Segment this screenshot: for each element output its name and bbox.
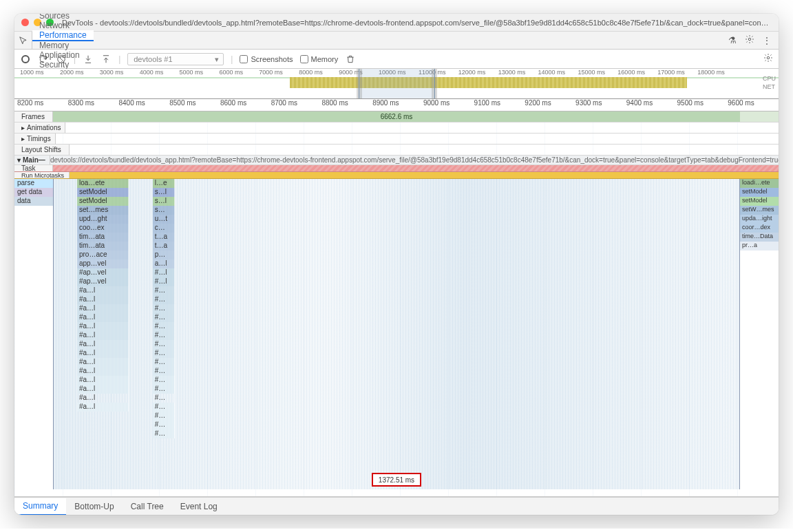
flame-entry[interactable]: #… bbox=[153, 412, 175, 421]
flame-entry[interactable]: #… bbox=[153, 403, 175, 412]
timeline-overview[interactable]: 1000 ms2000 ms3000 ms4000 ms5000 ms6000 … bbox=[14, 69, 779, 99]
flame-entry[interactable]: #… bbox=[153, 313, 175, 322]
flame-entry[interactable]: #… bbox=[153, 349, 175, 358]
flame-entry[interactable]: pro…ace bbox=[77, 251, 129, 259]
flame-entry[interactable]: loa…ete bbox=[77, 179, 129, 188]
flame-entry[interactable]: c… bbox=[153, 224, 175, 233]
right-stack-item[interactable]: time…Data bbox=[740, 233, 779, 242]
flame-entry[interactable]: setModel bbox=[77, 188, 129, 197]
flame-entry[interactable]: #a…l bbox=[77, 376, 129, 385]
flame-entry[interactable]: #… bbox=[153, 286, 175, 295]
flame-entry[interactable]: #a…l bbox=[77, 358, 129, 367]
flame-entry[interactable]: #… bbox=[153, 304, 175, 313]
right-stack-item[interactable]: coor…dex bbox=[740, 224, 779, 233]
more-icon[interactable]: ⋮ bbox=[763, 36, 772, 45]
flame-entry[interactable]: l…e bbox=[153, 179, 175, 188]
track-timings[interactable]: ▸Timings bbox=[14, 134, 779, 145]
flame-entry[interactable]: #a…l bbox=[77, 340, 129, 349]
flame-run-microtasks[interactable]: Run Microtasks bbox=[14, 172, 779, 179]
flame-entry[interactable]: #a…l bbox=[77, 322, 129, 331]
details-tab-call-tree[interactable]: Call Tree bbox=[123, 498, 172, 515]
flame-entry[interactable]: p… bbox=[153, 251, 175, 259]
frame-bar[interactable]: 6662.6 ms bbox=[53, 111, 740, 122]
experiments-icon[interactable]: ⚗ bbox=[728, 35, 737, 45]
details-tab-event-log[interactable]: Event Log bbox=[172, 498, 226, 515]
flame-entry[interactable]: #… bbox=[153, 295, 175, 304]
flame-entry[interactable]: tim…ata bbox=[77, 233, 129, 242]
flame-entry[interactable]: #a…l bbox=[77, 286, 129, 295]
track-animations[interactable]: ▸Animations bbox=[14, 123, 779, 134]
main-tab-network[interactable]: Network bbox=[32, 21, 94, 30]
flame-entry[interactable]: s… bbox=[153, 206, 175, 215]
flame-entry[interactable]: set…mes bbox=[77, 206, 129, 215]
load-profile-icon[interactable] bbox=[83, 54, 94, 65]
left-stack-get-data[interactable]: get data bbox=[14, 188, 53, 197]
main-tab-memory[interactable]: Memory bbox=[32, 41, 94, 50]
right-stack-item[interactable]: setW…mes bbox=[740, 206, 779, 215]
flame-entry[interactable]: #…l bbox=[153, 277, 175, 286]
flame-entry[interactable]: a…l bbox=[153, 259, 175, 268]
flame-entry[interactable]: s…l bbox=[153, 188, 175, 197]
flame-entry[interactable]: #… bbox=[153, 429, 175, 438]
flame-entry[interactable]: #a…l bbox=[77, 349, 129, 358]
right-stack-item[interactable]: setModel bbox=[740, 197, 779, 206]
flame-entry[interactable]: setModel bbox=[77, 197, 129, 206]
flame-entry[interactable]: #… bbox=[153, 358, 175, 367]
reload-record-button[interactable] bbox=[38, 54, 49, 65]
memory-checkbox-input[interactable] bbox=[300, 55, 308, 63]
flame-entry[interactable]: #… bbox=[153, 421, 175, 429]
record-button[interactable] bbox=[20, 54, 31, 65]
track-layout-shifts[interactable]: Layout Shifts bbox=[14, 145, 779, 156]
flame-entry[interactable]: #a…l bbox=[77, 295, 129, 304]
timeline-ruler[interactable]: 8200 ms8300 ms8400 ms8500 ms8600 ms8700 … bbox=[14, 99, 779, 111]
overview-selection[interactable] bbox=[359, 69, 435, 98]
flame-entry[interactable]: #ap…vel bbox=[77, 268, 129, 277]
flame-entry[interactable]: #…l bbox=[153, 268, 175, 277]
flame-entry[interactable]: #ap…vel bbox=[77, 277, 129, 286]
left-stack-parse[interactable]: parse bbox=[14, 179, 53, 188]
flame-entry[interactable]: #… bbox=[153, 394, 175, 403]
flame-entry[interactable]: #… bbox=[153, 385, 175, 394]
flame-entry[interactable]: #… bbox=[153, 322, 175, 331]
inspect-element-icon[interactable] bbox=[14, 32, 32, 49]
flame-task[interactable]: Task bbox=[14, 165, 779, 172]
flame-entry[interactable]: #… bbox=[153, 340, 175, 349]
flame-entry[interactable]: t…a bbox=[153, 242, 175, 251]
screenshots-checkbox[interactable]: Screenshots bbox=[240, 55, 293, 63]
flame-entry[interactable]: #a…l bbox=[77, 394, 129, 403]
flame-entry[interactable]: app…vel bbox=[77, 259, 129, 268]
profile-select[interactable]: devtools #1 ▾ bbox=[127, 53, 224, 65]
flame-entry[interactable]: #a…l bbox=[77, 304, 129, 313]
details-tab-summary[interactable]: Summary bbox=[14, 498, 66, 515]
main-tab-sources[interactable]: Sources bbox=[32, 14, 94, 21]
flame-entry[interactable]: #a…l bbox=[77, 331, 129, 340]
flame-entry[interactable]: t…a bbox=[153, 233, 175, 242]
flame-entry[interactable]: #a…l bbox=[77, 403, 129, 412]
screenshots-checkbox-input[interactable] bbox=[240, 55, 248, 63]
flame-center-stack[interactable]: loa…etel…esetModels…lsetModels…lset…mess… bbox=[53, 179, 740, 438]
details-tab-bottom-up[interactable]: Bottom-Up bbox=[66, 498, 122, 515]
flame-entry[interactable]: s…l bbox=[153, 197, 175, 206]
close-icon[interactable] bbox=[21, 19, 29, 26]
memory-checkbox[interactable]: Memory bbox=[300, 55, 339, 63]
flame-entry[interactable]: coo…ex bbox=[77, 224, 129, 233]
track-main[interactable]: ▾Main — devtools://devtools/bundled/devt… bbox=[14, 156, 779, 165]
main-tab-performance[interactable]: Performance bbox=[32, 30, 94, 41]
settings-icon[interactable] bbox=[745, 34, 754, 46]
clear-button[interactable] bbox=[56, 54, 67, 65]
save-profile-icon[interactable] bbox=[101, 54, 112, 65]
flame-chart[interactable]: Frames 6662.6 ms ▸Animations ▸Timings La… bbox=[14, 111, 779, 497]
flame-entry[interactable]: #… bbox=[153, 376, 175, 385]
left-stack-data[interactable]: data bbox=[14, 197, 53, 206]
flame-entry[interactable]: u…t bbox=[153, 215, 175, 224]
capture-settings-icon[interactable] bbox=[763, 53, 773, 65]
flame-entry[interactable]: #a…l bbox=[77, 313, 129, 322]
garbage-collect-icon[interactable] bbox=[345, 54, 356, 65]
track-frames[interactable]: Frames 6662.6 ms bbox=[14, 111, 779, 123]
flame-entry[interactable]: upd…ght bbox=[77, 215, 129, 224]
right-stack-item[interactable]: upda…ight bbox=[740, 215, 779, 224]
flame-entry[interactable]: #a…l bbox=[77, 385, 129, 394]
right-stack-item[interactable]: pr…a bbox=[740, 242, 779, 251]
flame-entry[interactable]: #a…l bbox=[77, 367, 129, 376]
flame-entry[interactable]: #… bbox=[153, 367, 175, 376]
